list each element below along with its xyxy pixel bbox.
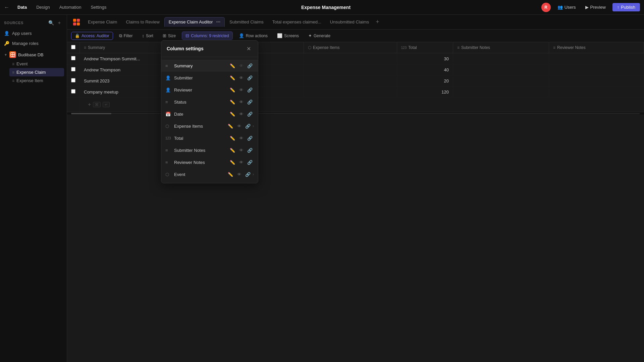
col-hide-reviewer[interactable]: 👁: [237, 86, 245, 94]
tab-automation[interactable]: Automation: [55, 3, 86, 11]
column-settings-close-button[interactable]: ✕: [245, 45, 253, 53]
column-row-expense-items[interactable]: ⬡ Expense Items ✏️ 👁 🔗 ›: [161, 120, 258, 132]
filter-button[interactable]: ⧉ Filter: [116, 32, 136, 40]
content-area: Expense Claim Claims to Review Expense C…: [67, 15, 644, 362]
column-row-reviewer-notes[interactable]: ≡ Reviewer Notes ✏️ 👁 🔗: [161, 156, 258, 168]
sources-section-title: Sources 🔍 +: [0, 17, 67, 28]
col-link-submitter[interactable]: 🔗: [246, 74, 254, 82]
scrollbar-track: [71, 113, 640, 114]
table-row[interactable]: Summit 2023 20: [67, 75, 644, 86]
column-row-submitter[interactable]: 👤 Submitter ✏️ 👁 🔗: [161, 72, 258, 84]
table-container[interactable]: ≡Summary 👤Reviewer ⬡Expense Items 123Tot…: [67, 42, 644, 362]
col-header-total[interactable]: 123Total: [397, 42, 453, 53]
sort-button[interactable]: ↕ Sort: [139, 32, 157, 40]
size-button[interactable]: ⊞ Size: [159, 32, 179, 40]
budibase-db-header[interactable]: ▼ Budibase DB: [3, 50, 64, 60]
col-link-total[interactable]: 🔗: [246, 134, 254, 142]
column-row-event[interactable]: ⬡ Event ✏️ 👁 🔗 ›: [161, 168, 258, 180]
add-row[interactable]: + ⌘ ↵: [67, 98, 644, 112]
col-edit-submitter-notes[interactable]: ✏️: [228, 146, 236, 154]
col-edit-date[interactable]: ✏️: [228, 110, 236, 118]
col-edit-summary[interactable]: ✏️: [228, 62, 236, 70]
col-edit-reviewer[interactable]: ✏️: [228, 86, 236, 94]
col-hide-status[interactable]: 👁: [237, 98, 245, 106]
col-link-summary[interactable]: 🔗: [246, 62, 254, 70]
col-hide-reviewer-notes[interactable]: 👁: [237, 158, 245, 166]
table-row[interactable]: Andrew Thompson Summit... 30: [67, 53, 644, 64]
tab-expense-claim-auditor[interactable]: Expense Claim Auditor •••: [164, 17, 225, 27]
tab-submitted-claims[interactable]: Submitted Claims: [225, 17, 268, 26]
col-hide-summary[interactable]: 👁: [237, 62, 245, 70]
preview-icon: ▶: [585, 5, 589, 10]
col-hide-expense-items[interactable]: 👁: [235, 122, 243, 130]
col-edit-event[interactable]: ✏️: [226, 170, 234, 178]
tab-design[interactable]: Design: [32, 3, 54, 11]
search-sources-button[interactable]: 🔍: [48, 19, 55, 26]
col-edit-status[interactable]: ✏️: [228, 98, 236, 106]
col-link-event[interactable]: 🔗: [244, 170, 252, 178]
tab-settings[interactable]: Settings: [87, 3, 110, 11]
col-edit-expense-items[interactable]: ✏️: [226, 122, 234, 130]
column-row-summary[interactable]: ≡ Summary ✏️ 👁 🔗: [161, 60, 258, 72]
column-row-status[interactable]: ≡ Status ✏️ 👁 🔗: [161, 96, 258, 108]
col-hide-date[interactable]: 👁: [237, 110, 245, 118]
tab-claims-to-review[interactable]: Claims to Review: [122, 17, 163, 26]
col-edit-reviewer-notes[interactable]: ✏️: [228, 158, 236, 166]
col-edit-total[interactable]: ✏️: [228, 134, 236, 142]
publish-icon: ↑: [617, 5, 620, 10]
col-link-expense-items[interactable]: 🔗: [244, 122, 252, 130]
row-actions-button[interactable]: 👤 Row actions: [235, 32, 271, 40]
column-row-reviewer[interactable]: 👤 Reviewer ✏️ 👁 🔗: [161, 84, 258, 96]
scrollbar-thumb[interactable]: [71, 113, 111, 114]
tab-expense-claim[interactable]: Expense Claim: [84, 17, 121, 26]
col-link-submitter-notes[interactable]: 🔗: [246, 146, 254, 154]
columns-icon: ⊟: [185, 33, 189, 38]
col-hide-submitter[interactable]: 👁: [237, 74, 245, 82]
tab-more-icon[interactable]: •••: [216, 20, 220, 24]
sidebar-item-manage-roles[interactable]: 🔑 Manage roles: [0, 38, 67, 48]
col-hide-submitter-notes[interactable]: 👁: [237, 146, 245, 154]
horizontal-scrollbar[interactable]: [67, 112, 644, 115]
tab-data[interactable]: Data: [13, 3, 31, 11]
col-edit-submitter[interactable]: ✏️: [228, 74, 236, 82]
back-button[interactable]: ←: [4, 4, 9, 10]
screens-button[interactable]: ⬜ Screens: [274, 32, 302, 40]
generate-button[interactable]: ✦ Generate: [305, 32, 334, 40]
users-button[interactable]: 👥 Users: [555, 3, 579, 11]
checkbox-header[interactable]: [67, 42, 80, 53]
col-hide-event[interactable]: 👁: [235, 170, 243, 178]
col-link-status[interactable]: 🔗: [246, 98, 254, 106]
sidebar-item-expense-claim[interactable]: ≡ Expense Claim: [9, 68, 64, 76]
publish-button[interactable]: ↑ Publish: [612, 3, 640, 11]
sidebar-item-app-users[interactable]: 👤 App users: [0, 28, 67, 38]
col-link-date[interactable]: 🔗: [246, 110, 254, 118]
col-header-submitter-notes[interactable]: ≡Submitter Notes: [453, 42, 549, 53]
table-row[interactable]: Company meetup 120: [67, 86, 644, 98]
tab-total-expenses[interactable]: Total expenses claimed...: [268, 17, 325, 26]
tab-unsubmitted-claims[interactable]: Unsubmitted Claims: [326, 17, 373, 26]
app-title: Expense Management: [113, 5, 538, 10]
sidebar-item-event[interactable]: ≡ Event: [9, 60, 64, 68]
cell-submitter-notes-1: [453, 53, 549, 64]
col-hide-total[interactable]: 👁: [237, 134, 245, 142]
expand-icon: ▼: [4, 53, 7, 57]
column-row-submitter-notes[interactable]: ≡ Submitter Notes ✏️ 👁 🔗: [161, 144, 258, 156]
columns-button[interactable]: ⊟ Columns: 9 restricted: [182, 32, 232, 40]
sidebar-item-expense-item[interactable]: ≡ Expense Item: [9, 76, 64, 85]
add-source-button[interactable]: +: [56, 19, 63, 26]
col-link-reviewer-notes[interactable]: 🔗: [246, 158, 254, 166]
column-row-date[interactable]: 📅 Date ✏️ 👁 🔗: [161, 108, 258, 120]
col-link-reviewer[interactable]: 🔗: [246, 86, 254, 94]
col-expand-event[interactable]: ›: [253, 172, 254, 177]
column-row-total[interactable]: 123 Total ✏️ 👁 🔗: [161, 132, 258, 144]
svg-rect-4: [77, 19, 80, 22]
table-row[interactable]: Andrew Thompson 40: [67, 64, 644, 75]
col-header-expense-items[interactable]: ⬡Expense Items: [304, 42, 397, 53]
text-col-icon2: ≡: [457, 45, 460, 50]
preview-button[interactable]: ▶ Preview: [583, 3, 608, 11]
access-button[interactable]: 🔒 Access: Auditor: [71, 32, 113, 40]
col-header-reviewer-notes[interactable]: ≡Reviewer Notes: [549, 42, 644, 53]
col-expand-expense-items[interactable]: ›: [253, 124, 254, 128]
column-settings-panel: Column settings ✕ ≡ Summary ✏️ 👁 🔗 👤 Sub…: [161, 40, 258, 183]
add-tab-button[interactable]: +: [374, 17, 381, 27]
